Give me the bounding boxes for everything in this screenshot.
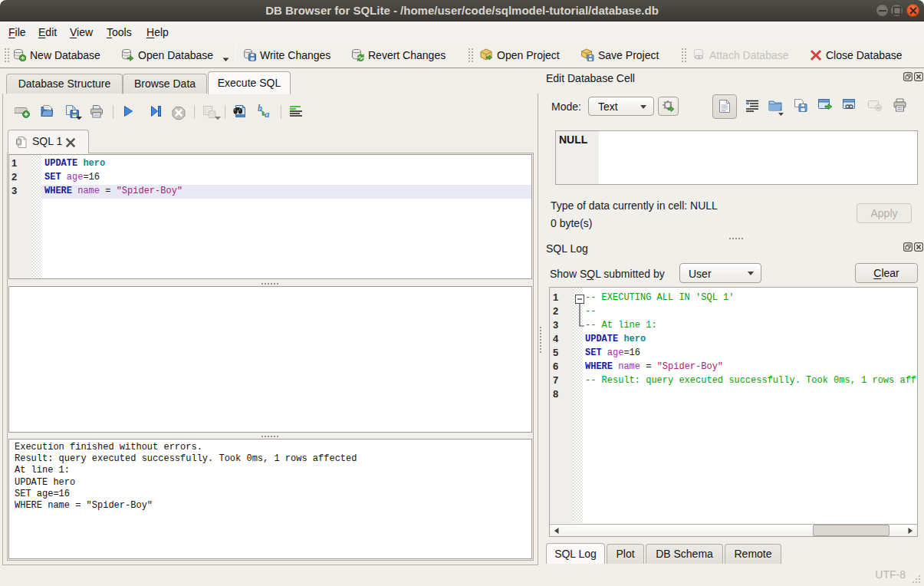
svg-text:b: b [258,104,262,114]
svg-text:a: a [265,108,270,119]
